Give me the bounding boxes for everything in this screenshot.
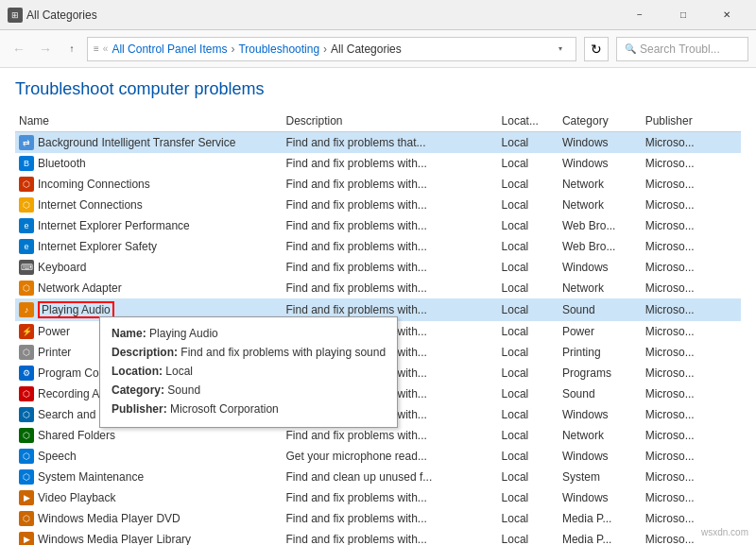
cell-loc: Local (498, 298, 558, 321)
table-row[interactable]: ⬡Windows Media Player DVD Find and fix p… (15, 508, 741, 529)
row-icon: ⬡ (19, 407, 34, 422)
cell-pub: Microso... (642, 487, 741, 508)
cell-loc: Local (498, 174, 558, 195)
table-row[interactable]: ▶Windows Media Player Library Find and f… (15, 529, 741, 545)
row-name: Keyboard (38, 261, 86, 274)
cell-pub: Microso... (642, 508, 741, 529)
cell-desc: Find and fix problems with... (282, 278, 497, 298)
cell-loc: Local (498, 236, 558, 257)
cell-cat: Windows (558, 487, 642, 508)
content-area: Troubleshoot computer problems Name Desc… (0, 68, 756, 545)
cell-loc: Local (498, 529, 558, 545)
cell-desc: Find and fix problems with... (282, 236, 497, 257)
tooltip-cat-label: Category: (112, 383, 164, 397)
table-row[interactable]: ⬡Incoming Connections Find and fix probl… (15, 174, 741, 195)
row-icon: B (19, 156, 34, 171)
row-icon: ⚡ (19, 324, 34, 339)
col-header-cat[interactable]: Category (558, 111, 642, 132)
cell-cat: Web Bro... (558, 215, 642, 236)
cell-name: ⬡Shared Folders (15, 425, 282, 446)
cell-name: eInternet Explorer Safety (15, 236, 282, 257)
col-header-pub[interactable]: Publisher (642, 111, 741, 132)
row-name: System Maintenance (38, 470, 144, 484)
table-row[interactable]: ⌨Keyboard Find and fix problems with... … (15, 257, 741, 278)
table-row[interactable]: ⬡Speech Get your microphone read... Loca… (15, 446, 741, 467)
cell-pub: Microso... (642, 278, 741, 298)
search-field[interactable]: 🔍 Search Troubl... (616, 37, 748, 61)
window-icon: ⊞ (8, 8, 23, 23)
table-row[interactable]: BBluetooth Find and fix problems with...… (15, 153, 741, 174)
cell-pub: Microso... (642, 236, 741, 257)
cell-loc: Local (498, 404, 558, 425)
address-dropdown-button[interactable]: ▾ (551, 37, 570, 61)
row-name: Internet Explorer Performance (38, 219, 190, 232)
row-name: Internet Explorer Safety (38, 240, 157, 253)
cell-loc: Local (498, 383, 558, 404)
cell-name: ⌨Keyboard (15, 257, 282, 278)
cell-loc: Local (498, 153, 558, 174)
tooltip-pub-value: Microsoft Corporation (170, 402, 279, 416)
forward-button[interactable]: → (34, 38, 57, 60)
table-row[interactable]: ⬡Network Adapter Find and fix problems w… (15, 278, 741, 298)
cell-pub: Microso... (642, 132, 741, 154)
cell-pub: Microso... (642, 257, 741, 278)
table-header-row: Name Description Locat... Category Publi… (15, 111, 741, 132)
cell-desc: Find and fix problems with... (282, 195, 497, 215)
table-row[interactable]: eInternet Explorer Performance Find and … (15, 215, 741, 236)
search-placeholder: Search Troubl... (640, 43, 720, 56)
row-icon: ⬡ (19, 177, 34, 192)
refresh-button[interactable]: ↻ (584, 37, 609, 61)
row-name: Bluetooth (38, 157, 86, 170)
cell-cat: Sound (558, 298, 642, 321)
cell-name: ⇄Background Intelligent Transfer Service (15, 132, 282, 153)
table-row[interactable]: ⇄Background Intelligent Transfer Service… (15, 132, 741, 154)
table-row[interactable]: ⬡System Maintenance Find and clean up un… (15, 467, 741, 487)
cell-loc: Local (498, 342, 558, 363)
cell-desc: Find and fix problems with... (282, 487, 497, 508)
address-field[interactable]: ≡ « All Control Panel Items › Troublesho… (87, 37, 576, 61)
up-button[interactable]: ↑ (60, 38, 83, 60)
row-name: Windows Media Player DVD (38, 512, 180, 525)
cell-loc: Local (498, 132, 558, 154)
cell-pub: Microso... (642, 195, 741, 215)
cell-loc: Local (498, 257, 558, 278)
row-name: Background Intelligent Transfer Service (38, 136, 235, 149)
cell-cat: System (558, 467, 642, 487)
table-row[interactable]: eInternet Explorer Safety Find and fix p… (15, 236, 741, 257)
cell-desc: Get your microphone read... (282, 446, 497, 467)
breadcrumb-troubleshooting[interactable]: Troubleshooting (238, 43, 319, 56)
close-button[interactable]: ✕ (705, 0, 748, 30)
row-icon: ⬡ (19, 197, 34, 213)
table-row[interactable]: ⬡Internet Connections Find and fix probl… (15, 195, 741, 215)
tooltip-cat: Category: Sound (112, 382, 386, 399)
row-icon: ⇄ (19, 135, 34, 150)
address-bar: ← → ↑ ≡ « All Control Panel Items › Trou… (0, 30, 756, 68)
row-icon: ⬡ (19, 449, 34, 464)
row-name: Power (38, 325, 70, 338)
table-row[interactable]: ▶Video Playback Find and fix problems wi… (15, 487, 741, 508)
table-row[interactable]: ⬡Shared Folders Find and fix problems wi… (15, 425, 741, 446)
cell-name: ⬡Incoming Connections (15, 174, 282, 195)
cell-cat: Windows (558, 153, 642, 174)
cell-pub: Microso... (642, 174, 741, 195)
row-icon: ▶ (19, 490, 34, 505)
col-header-desc[interactable]: Description (282, 111, 497, 132)
cell-desc: Find and fix problems with... (282, 153, 497, 174)
col-header-name[interactable]: Name (15, 111, 282, 132)
breadcrumb-control-panel[interactable]: All Control Panel Items (112, 43, 227, 56)
row-name: Network Adapter (38, 281, 122, 295)
cell-desc: Find and fix problems with... (282, 508, 497, 529)
maximize-button[interactable]: □ (662, 0, 705, 30)
cell-name: ⬡Speech (15, 446, 282, 467)
row-name: Shared Folders (38, 429, 115, 442)
row-icon: ⬡ (19, 281, 34, 296)
cell-desc: Find and fix problems with... (282, 215, 497, 236)
row-icon: ⚙ (19, 366, 34, 381)
back-button[interactable]: ← (8, 38, 30, 60)
cell-pub: Microso... (642, 363, 741, 383)
minimize-button[interactable]: − (618, 0, 662, 30)
row-icon: e (19, 218, 34, 233)
col-header-loc[interactable]: Locat... (498, 111, 558, 132)
cell-name: BBluetooth (15, 153, 282, 174)
row-icon: ⬡ (19, 428, 34, 443)
